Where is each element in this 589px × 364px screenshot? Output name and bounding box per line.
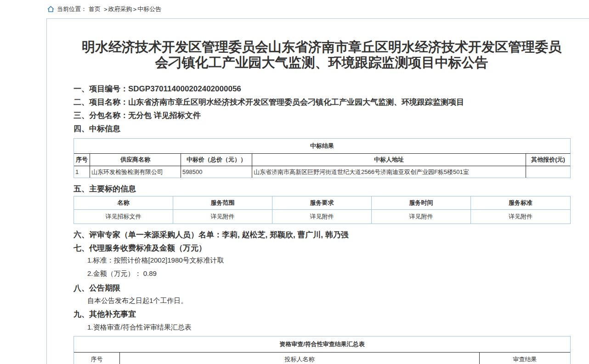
project-name-label: 二、项目名称： [74,98,128,106]
bid-result-table: 中标结果 序号 供应商名称 中标价（总价（元）） 中标人地址 其他报价(元) 1… [74,138,571,178]
breadcrumb-link-home[interactable]: 首页 [89,5,101,13]
section-subpackage: 三、分包名称：无分包 详见招标文件 [74,111,570,120]
bid-cell-index: 1 [74,166,90,178]
subpackage-value: 无分包 详见招标文件 [128,111,201,120]
subject-cell: 详见附件 [173,210,272,224]
agency-fee-standard: 1.标准：按照计价格[2002]1980号文标准计取 [87,256,570,265]
subject-info-table: 名称 服务范围 服务要求 服务时间 服务标准 详见招标文件 详见附件 详见附件 … [74,196,571,224]
bid-cell-price: 598500 [181,166,252,178]
subject-col-header: 服务要求 [272,196,372,210]
review-col-header: 审查结果 [480,353,570,364]
bid-cell-other-offer [526,166,570,178]
content-panel: 明水经济技术开发区管理委员会山东省济南市章丘区明水经济技术开发区管理委员会刁镇化… [46,18,589,364]
subject-col-header: 名称 [74,196,173,210]
qualification-review-table: 资格审查/符合性审查结果汇总表 序号 投标人名称 审查结果 [74,336,571,364]
section-experts-heading: 六、评审专家（单一来源采购人员）名单：李莉, 赵松芝, 郑颖欣, 曹广川, 韩乃… [74,230,570,240]
project-number-label: 一、项目编号： [74,84,128,93]
subject-col-header: 服务标准 [471,196,570,210]
breadcrumb-separator: > [104,6,108,13]
section-agency-fee-heading: 七、代理服务收费标准及金额（万元） [74,244,570,253]
page-title: 明水经济技术开发区管理委员会山东省济南市章丘区明水经济技术开发区管理委员会刁镇化… [80,39,563,70]
bid-cell-supplier: 山东环发检验检测有限公司 [90,166,181,178]
project-name-value: 山东省济南市章丘区明水经济技术开发区管理委员会刁镇化工产业园大气监测、环境跟踪监… [128,98,464,106]
section-subject-info-heading: 五、主要标的信息 [74,185,570,194]
breadcrumb: 当前位置： 首页 > 政府采购 > 中标公告 [0,0,589,18]
section-other-heading: 九、其他补充事宜 [74,310,570,319]
subject-cell: 详见招标文件 [74,210,173,224]
bid-result-table-title: 中标结果 [74,139,570,154]
review-col-header: 投标人名称 [120,353,480,364]
breadcrumb-link-gov-procurement[interactable]: 政府采购 [108,5,132,13]
qualification-review-table-title: 资格审查/符合性审查结果汇总表 [74,336,570,353]
subject-col-header: 服务时间 [372,196,471,210]
table-row: 详见招标文件 详见附件 详见附件 详见附件 详见附件 [74,210,570,224]
home-icon [47,6,54,12]
project-number-value: SDGP370114000202402000056 [128,84,241,93]
bid-col-header: 其他报价(元) [526,154,570,166]
breadcrumb-label: 当前位置： [57,5,87,13]
section-award-info-heading: 四、中标信息 [74,124,570,134]
table-row: 1 山东环发检验检测有限公司 598500 山东省济南市高新区巨野河街道世纪大道… [74,166,570,178]
section-notice-period-heading: 八、公告期限 [74,284,570,293]
agency-fee-amount: 2.金额（万元）： 0.89 [87,269,570,278]
subject-cell: 详见附件 [272,210,372,224]
subject-col-header: 服务范围 [173,196,272,210]
subject-cell: 详见附件 [372,210,471,224]
breadcrumb-link-award-notice[interactable]: 中标公告 [137,5,161,13]
section-project-number: 一、项目编号：SDGP370114000202402000056 [74,84,570,94]
breadcrumb-separator: > [133,6,137,13]
bid-cell-address: 山东省济南市高新区巨野河街道世纪大道2566号济南迪亚双创产业园F栋5楼501室 [252,166,526,178]
other-item-review-summary: 1.资格审查/符合性评审结果汇总表 [87,323,570,332]
bid-col-header: 中标价（总价（元）） [181,154,252,166]
subpackage-label: 三、分包名称： [74,111,128,120]
section-project-name: 二、项目名称：山东省济南市章丘区明水经济技术开发区管理委员会刁镇化工产业园大气监… [74,98,570,107]
notice-period-body: 自本公告发布之日起1个工作日。 [87,296,570,305]
bid-col-header: 中标人地址 [252,154,526,166]
bid-col-header: 供应商名称 [90,154,181,166]
bid-col-header: 序号 [74,154,90,166]
review-col-header: 序号 [74,353,120,364]
subject-cell: 详见附件 [471,210,570,224]
